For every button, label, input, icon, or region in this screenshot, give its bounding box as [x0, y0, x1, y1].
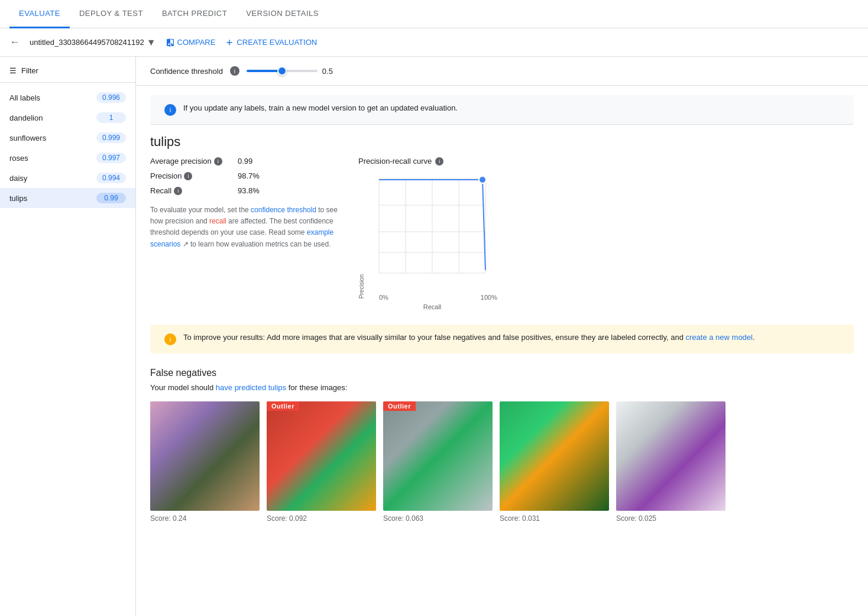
sidebar-score-all-labels: 0.996	[96, 92, 126, 103]
image-wrapper-1	[150, 401, 260, 511]
compare-label: COMPARE	[177, 38, 216, 47]
false-negatives-images-row: Score: 0.24 Outlier Score: 0.092 Outlier	[150, 401, 854, 523]
model-selector[interactable]: untitled_33038664495708241192 ▼	[30, 37, 156, 48]
false-neg-image-2[interactable]: Outlier Score: 0.092	[267, 401, 376, 523]
top-nav: EVALUATE DEPLOY & TEST BATCH PREDICT VER…	[0, 0, 868, 28]
precision-recall-svg	[367, 173, 497, 291]
sidebar-label-dandelion: dandelion	[9, 114, 43, 122]
example-scenarios-link[interactable]: example scenarios	[150, 228, 333, 248]
false-neg-image-3[interactable]: Outlier Score: 0.063	[383, 401, 493, 523]
sidebar-item-tulips[interactable]: tulips 0.99	[0, 188, 135, 208]
filter-icon: ☰	[9, 66, 17, 75]
sidebar-item-roses[interactable]: roses 0.997	[0, 148, 135, 168]
recall-info-icon[interactable]: i	[174, 187, 182, 195]
sidebar-item-all-labels[interactable]: All labels 0.996	[0, 87, 135, 108]
metrics-description: To evaluate your model, set the confiden…	[150, 205, 339, 250]
sidebar-score-sunflowers: 0.999	[96, 132, 126, 143]
sidebar-label-tulips: tulips	[9, 194, 27, 203]
sidebar-label-daisy: daisy	[9, 174, 27, 183]
image-wrapper-2: Outlier	[267, 401, 376, 511]
banner-info-icon: i	[164, 104, 176, 116]
back-button[interactable]: ←	[9, 36, 20, 48]
image-score-5: Score: 0.025	[616, 514, 726, 523]
compare-icon	[166, 38, 175, 47]
improve-info-icon: i	[164, 333, 176, 345]
add-icon	[225, 38, 234, 47]
sidebar: ☰ Filter All labels 0.996 dandelion 1 su…	[0, 57, 136, 616]
avg-precision-info-icon[interactable]: i	[214, 157, 222, 166]
sidebar-item-sunflowers[interactable]: sunflowers 0.999	[0, 128, 135, 148]
confidence-value: 0.5	[322, 67, 333, 76]
filter-label: Filter	[21, 66, 38, 75]
filter-header: ☰ Filter	[0, 66, 135, 83]
confidence-threshold-label: Confidence threshold	[150, 67, 223, 76]
outlier-badge-2: Outlier	[267, 401, 299, 411]
image-score-2: Score: 0.092	[267, 514, 376, 523]
sidebar-label-sunflowers: sunflowers	[9, 134, 46, 142]
sidebar-label-roses: roses	[9, 154, 28, 163]
recall-label: Recall i	[150, 186, 233, 195]
compare-button[interactable]: COMPARE	[166, 38, 216, 47]
chart-x-min: 0%	[367, 294, 388, 301]
precision-value: 98.7%	[238, 171, 260, 180]
recall-value: 93.8%	[238, 186, 260, 195]
confidence-slider[interactable]	[247, 70, 318, 72]
chart-x-axis-label: Recall	[367, 303, 497, 310]
false-negatives-subtitle: Your model should have predicted tulips …	[150, 383, 854, 392]
precision-row: Precision i 98.7%	[150, 171, 339, 180]
sidebar-score-dandelion: 1	[96, 112, 126, 123]
improve-results-banner: i To improve your results: Add more imag…	[150, 325, 854, 354]
model-name: untitled_33038664495708241192	[30, 38, 144, 47]
false-neg-image-5[interactable]: Score: 0.025	[616, 401, 726, 523]
outlier-badge-3: Outlier	[383, 401, 416, 411]
content-area: Confidence threshold i 0.5 i If you upda…	[136, 57, 868, 616]
avg-precision-value: 0.99	[238, 157, 252, 166]
create-new-model-link[interactable]: create a new model	[686, 333, 753, 342]
metrics-layout: Average precision i 0.99 Precision i 98.…	[136, 157, 868, 325]
second-bar: ← untitled_33038664495708241192 ▼ COMPAR…	[0, 28, 868, 57]
create-eval-label: CREATE EVALUATION	[237, 38, 317, 47]
sidebar-score-roses: 0.997	[96, 153, 126, 163]
metrics-left-panel: Average precision i 0.99 Precision i 98.…	[150, 157, 339, 250]
tab-evaluate[interactable]: EVALUATE	[9, 0, 70, 28]
image-score-3: Score: 0.063	[383, 514, 493, 523]
svg-point-10	[479, 176, 486, 183]
update-labels-banner: i If you update any labels, train a new …	[150, 95, 854, 125]
main-layout: ☰ Filter All labels 0.996 dandelion 1 su…	[0, 57, 868, 616]
tab-deploy-test[interactable]: DEPLOY & TEST	[70, 0, 153, 28]
recall-row: Recall i 93.8%	[150, 186, 339, 195]
tab-version-details[interactable]: VERSION DETAILS	[237, 0, 328, 28]
chart-title: Precision-recall curve i	[358, 157, 854, 166]
improve-results-text: To improve your results: Add more images…	[183, 333, 755, 342]
image-wrapper-5	[616, 401, 726, 511]
sidebar-score-tulips: 0.99	[96, 193, 126, 203]
sidebar-score-daisy: 0.994	[96, 173, 126, 183]
update-labels-text: If you update any labels, train a new mo…	[183, 103, 458, 112]
false-negatives-section: False negatives Your model should have p…	[136, 368, 868, 523]
false-negatives-title: False negatives	[150, 368, 854, 378]
chevron-down-icon: ▼	[147, 37, 156, 48]
precision-recall-chart: Precision-recall curve i Precision	[358, 157, 854, 310]
image-score-1: Score: 0.24	[150, 514, 260, 523]
chart-info-icon[interactable]: i	[435, 157, 443, 166]
chart-y-axis-label: Precision	[358, 274, 365, 299]
confidence-threshold-bar: Confidence threshold i 0.5	[136, 57, 868, 86]
chart-x-max: 100%	[481, 294, 497, 301]
avg-precision-row: Average precision i 0.99	[150, 157, 339, 166]
precision-label: Precision i	[150, 171, 233, 180]
avg-precision-label: Average precision i	[150, 157, 233, 166]
sidebar-label-all-labels: All labels	[9, 93, 40, 102]
confidence-info-icon[interactable]: i	[230, 66, 239, 76]
image-wrapper-3: Outlier	[383, 401, 493, 511]
section-title: tulips	[136, 125, 868, 157]
false-neg-image-1[interactable]: Score: 0.24	[150, 401, 260, 523]
false-neg-image-4[interactable]: Score: 0.031	[500, 401, 609, 523]
create-evaluation-button[interactable]: CREATE EVALUATION	[225, 38, 317, 47]
precision-info-icon[interactable]: i	[184, 172, 192, 180]
slider-container: 0.5	[247, 67, 333, 76]
sidebar-item-daisy[interactable]: daisy 0.994	[0, 168, 135, 188]
sidebar-item-dandelion[interactable]: dandelion 1	[0, 108, 135, 128]
image-score-4: Score: 0.031	[500, 514, 609, 523]
image-wrapper-4	[500, 401, 609, 511]
tab-batch-predict[interactable]: BATCH PREDICT	[153, 0, 237, 28]
